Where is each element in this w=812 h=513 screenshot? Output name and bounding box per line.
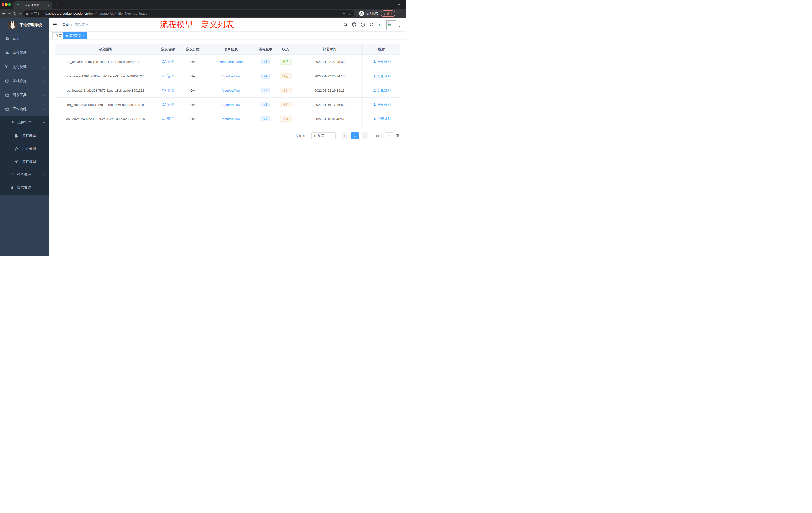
help-icon[interactable]: ? [360, 22, 365, 27]
cell-category: OA [179, 98, 206, 112]
sidebar-item-system[interactable]: 系统管理 [0, 46, 50, 60]
assign-rule-button[interactable]: 分配规则 [378, 74, 391, 78]
incognito-badge: 无痕模式 [358, 10, 380, 17]
status-badge: 挂起 [280, 88, 291, 93]
github-icon[interactable] [352, 22, 356, 27]
cell-deploy-time: 2022-01-22 19:19:11 [296, 83, 363, 98]
sidebar-item-label: 支付管理 [12, 65, 27, 69]
tag-close-icon[interactable]: × [83, 34, 85, 37]
prev-page-button[interactable] [342, 132, 348, 139]
definition-name-link[interactable]: OA 请假 [162, 88, 174, 93]
form-link[interactable]: /bpm/oa/flow [222, 117, 240, 121]
sidebar-item-payment[interactable]: ¥ 支付管理 [0, 60, 50, 74]
sidebar-logo[interactable]: 芋道管理系统 [0, 18, 50, 32]
tags-view-bar: 首页 流程定义 × [50, 31, 406, 39]
definition-name-link[interactable]: OA 请假 [162, 74, 174, 78]
sidebar-item-label: 首页 [12, 37, 20, 41]
assign-user-icon [373, 74, 376, 78]
goto-label: 前往 [376, 132, 382, 139]
forward-icon[interactable]: → [6, 10, 12, 16]
collapse-sidebar-icon[interactable] [53, 22, 58, 27]
sidebar-item-label: 流程模型 [22, 160, 36, 164]
assign-rule-button[interactable]: 分配规则 [378, 88, 391, 93]
tab-search-icon[interactable] [398, 3, 401, 6]
avatar-dropdown-caret-icon[interactable] [399, 26, 401, 27]
sidebar-item-process-management[interactable]: 流程管理 [0, 116, 50, 129]
chevron-up-icon [43, 108, 46, 111]
sidebar-item-label: 请假查询 [17, 186, 31, 190]
definition-name-link[interactable]: OA 请假 [162, 117, 174, 121]
url-path: /bpm/manager/definition?key=oa_leave [88, 11, 147, 15]
update-label: 更新 [383, 11, 390, 16]
form-link[interactable]: /bpm/oa/flow [222, 103, 240, 107]
chevron-up-icon [43, 121, 46, 124]
bookmark-star-icon[interactable]: ☆ [348, 11, 352, 16]
version-badge: v3 [261, 88, 270, 93]
home-icon[interactable]: ⌂ [17, 10, 23, 16]
tag-process-definition[interactable]: 流程定义 × [63, 32, 87, 39]
macos-zoom-button[interactable] [8, 3, 11, 6]
tag-home[interactable]: 首页 [53, 32, 64, 39]
form-link[interactable]: /bpm/oa/flow [222, 89, 240, 92]
sidebar-item-user-group[interactable]: 用户分组 [0, 142, 50, 155]
macos-close-button[interactable] [1, 3, 4, 6]
chevron-down-icon [331, 134, 334, 137]
cell-category: OA [179, 83, 206, 98]
cell-definition-id: oa_leave:4:991f2193-7b7f-11ec-a3c8-acde4… [55, 69, 156, 83]
assign-rule-button[interactable]: 分配规则 [378, 117, 391, 121]
table-row: oa_leave:2:3c1f0ef1-76b1-11ec-9c66-a2380… [55, 98, 401, 112]
goto-unit-label: 页 [396, 132, 400, 139]
goto-page-input[interactable] [385, 132, 394, 139]
update-chrome-button[interactable]: 更新 ⋮ [381, 10, 396, 17]
version-badge: v4 [261, 73, 270, 79]
sidebar-item-task-management[interactable]: 任务管理 [0, 169, 50, 181]
sidebar-item-workflow[interactable]: 工作流程 [0, 102, 50, 116]
cell-deploy-time: 2022-01-16 01:40:51 [296, 112, 363, 126]
avatar[interactable] [386, 20, 396, 30]
definition-name-link[interactable]: OA 请假 [162, 59, 174, 64]
search-icon[interactable] [344, 22, 348, 27]
chevron-down-icon [43, 65, 46, 68]
address-bar[interactable]: 不安全 dashboard.yudao.iocoder.cn/bpm/manag… [23, 10, 354, 17]
page-size-select[interactable]: 10条/页 [311, 132, 336, 139]
form-link[interactable]: /bpm/oa/flow [222, 74, 240, 78]
tab-title: 芋道管理系统 [22, 3, 48, 7]
annotation-title: 流程模型 - 定义列表 [160, 19, 234, 30]
sidebar-item-process-form[interactable]: 流程表单 [0, 129, 50, 142]
font-size-icon[interactable]: tT [377, 23, 384, 27]
macos-minimize-button[interactable] [5, 3, 7, 6]
app-logo-avatar [8, 21, 17, 29]
column-header: 表单信息 [206, 44, 256, 55]
cell-definition-id: oa_leave:3:1fad3d93-7b75-11ec-a3c8-acde4… [55, 83, 156, 98]
browser-menu-dots-icon[interactable]: ⋮ [390, 12, 393, 15]
tab-close-icon[interactable]: × [48, 3, 50, 7]
definition-name-link[interactable]: OA 请假 [162, 102, 174, 107]
assign-rule-button[interactable]: 分配规则 [378, 59, 391, 64]
cell-definition-id: oa_leave:2:3c1f0ef1-76b1-11ec-9c66-a2380… [55, 98, 156, 112]
version-badge: v5 [261, 59, 270, 64]
not-secure-warning-icon [25, 12, 29, 15]
form-link[interactable]: /bpm/oa/leave/create [216, 60, 246, 64]
password-key-icon[interactable] [342, 11, 346, 16]
assign-user-icon [373, 89, 376, 92]
status-badge: 激活 [280, 59, 291, 64]
new-tab-button[interactable]: + [55, 1, 58, 7]
cell-definition-id: oa_leave:5:004b710b-7b8a-11ec-8ef0-acde4… [55, 55, 156, 69]
sidebar-item-home[interactable]: 首页 [0, 32, 50, 46]
sidebar-item-infrastructure[interactable]: 基础设施 [0, 74, 50, 88]
tab-strip: 芋道管理系统 × + [0, 0, 406, 9]
breadcrumb-home[interactable]: 首页 [62, 18, 69, 31]
app-title: 芋道管理系统 [20, 23, 42, 27]
reload-icon[interactable]: ↻ [12, 10, 18, 16]
sidebar-item-process-model[interactable]: 流程模型 [0, 155, 50, 169]
sidebar-item-leave-query[interactable]: 请假查询 [0, 181, 50, 194]
back-icon[interactable]: ← [1, 10, 6, 16]
next-page-button[interactable] [361, 132, 368, 139]
pagination: 共 5 条 10条/页 1 前往 页 [55, 132, 401, 140]
page-number-button[interactable]: 1 [351, 132, 359, 139]
browser-tab[interactable]: 芋道管理系统 × [13, 1, 52, 9]
sidebar-item-dev-tools[interactable]: 研发工具 [0, 88, 50, 102]
fullscreen-icon[interactable] [369, 22, 374, 27]
assign-rule-button[interactable]: 分配规则 [378, 102, 391, 107]
incognito-label: 无痕模式 [365, 11, 378, 16]
